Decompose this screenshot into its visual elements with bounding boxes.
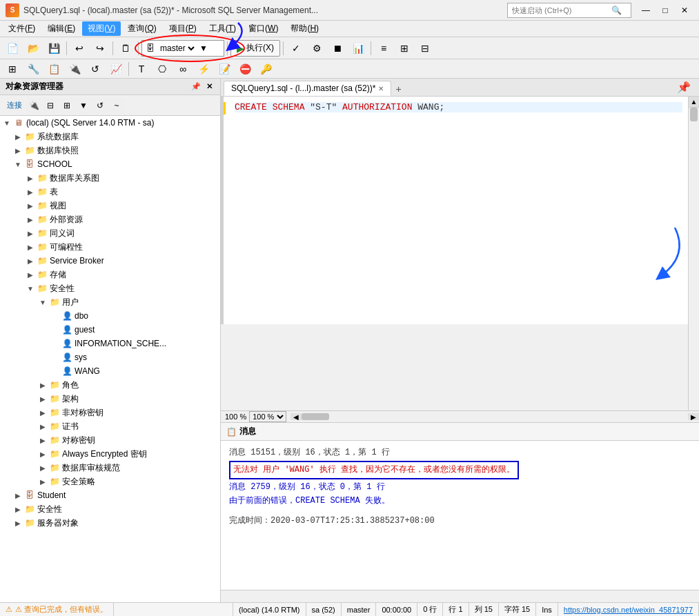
search-input[interactable] xyxy=(512,6,609,14)
tb2-btn-8[interactable]: ⎔ xyxy=(152,60,172,78)
expand-icon[interactable]: ▶ xyxy=(37,437,48,444)
tree-audit[interactable]: ▶ 📁 数据库审核规范 xyxy=(0,461,220,475)
tree-user-dbo[interactable]: ▶ 👤 dbo xyxy=(0,309,220,323)
tree-db-snapshot[interactable]: ▶ 📁 数据库快照 xyxy=(0,143,220,157)
expand-icon[interactable]: ▶ xyxy=(12,492,23,499)
expand-icon[interactable]: ▼ xyxy=(37,299,48,306)
query-tab[interactable]: SQLQuery1.sql - (l...l).master (sa (52))… xyxy=(224,81,391,96)
editor-area[interactable]: CREATE SCHEMA "S-T" AUTHORIZATION WANG; xyxy=(221,97,688,410)
close-button[interactable]: ✕ xyxy=(676,3,693,17)
open-button[interactable]: 📂 xyxy=(23,39,43,57)
status-link[interactable]: https://blog.csdn.net/weixin_45871977 xyxy=(558,603,699,616)
expand-icon[interactable]: ▶ xyxy=(37,395,48,403)
tree-user-guest[interactable]: ▶ 👤 guest xyxy=(0,323,220,337)
tree-asymmetric-keys[interactable]: ▶ 📁 非对称密钥 xyxy=(0,406,220,419)
oe-refresh-button[interactable]: ↺ xyxy=(92,98,108,113)
expand-icon[interactable]: ▼ xyxy=(25,285,36,292)
search-icon[interactable]: 🔍 xyxy=(611,6,622,15)
undo-button[interactable]: ↩ xyxy=(70,39,89,57)
scroll-right-button[interactable]: ▶ xyxy=(688,413,699,420)
execute-button[interactable]: ▶ 执行(X) xyxy=(230,40,280,57)
zoom-control[interactable]: 100 % 100 % xyxy=(221,411,291,422)
connect-button[interactable]: 连接 xyxy=(4,99,25,112)
expand-icon[interactable]: ▶ xyxy=(37,381,48,389)
toolbar-btn-9[interactable]: ⊟ xyxy=(415,39,435,57)
oe-activity-button[interactable]: ~ xyxy=(109,98,124,113)
blog-link[interactable]: https://blog.csdn.net/weixin_45871977 xyxy=(564,606,693,614)
tree-schema[interactable]: ▶ 📁 架构 xyxy=(0,392,220,406)
pin-button[interactable]: 📌 xyxy=(674,78,693,96)
tree-certificates[interactable]: ▶ 📁 证书 xyxy=(0,419,220,433)
zoom-select[interactable]: 100 % xyxy=(249,411,286,422)
redo-button[interactable]: ↪ xyxy=(90,39,110,57)
tb2-btn-4[interactable]: 🔌 xyxy=(65,60,84,78)
menu-file[interactable]: 文件(F) xyxy=(3,21,41,36)
expand-icon[interactable]: ▶ xyxy=(25,230,36,237)
menu-view[interactable]: 视图(V) xyxy=(82,21,121,36)
toolbar-btn-7[interactable]: ≡ xyxy=(374,39,393,57)
tree-user-sys[interactable]: ▶ 👤 sys xyxy=(0,350,220,364)
database-selector[interactable]: 🗄 master ▼ xyxy=(141,40,224,57)
expand-icon[interactable]: ▶ xyxy=(25,216,36,223)
expand-icon[interactable]: ▶ xyxy=(25,202,36,210)
tree-programmability[interactable]: ▶ 📁 可编程性 xyxy=(0,240,220,254)
results-tab-label[interactable]: 消息 xyxy=(239,426,256,437)
menu-query[interactable]: 查询(Q) xyxy=(122,21,161,36)
new-query-button[interactable]: 🗒 xyxy=(116,39,135,57)
expand-icon[interactable]: ▶ xyxy=(12,506,23,513)
tb2-btn-13[interactable]: 🔑 xyxy=(256,60,275,78)
oe-filter2-button[interactable]: ⊞ xyxy=(59,98,75,113)
tree-always-encrypted[interactable]: ▶ 📁 Always Encrypted 密钥 xyxy=(0,447,220,461)
tree-server-objects[interactable]: ▶ 📁 服务器对象 xyxy=(0,516,220,530)
expand-icon[interactable]: ▶ xyxy=(25,271,36,279)
menu-project[interactable]: 项目(P) xyxy=(164,21,202,36)
results-scroll-track[interactable] xyxy=(221,590,699,602)
tb2-btn-11[interactable]: 📝 xyxy=(215,60,234,78)
menu-tools[interactable]: 工具(T) xyxy=(204,21,242,36)
save-button[interactable]: 💾 xyxy=(44,39,63,57)
tb2-btn-1[interactable]: ⊞ xyxy=(3,60,22,78)
expand-icon[interactable]: ▶ xyxy=(37,478,48,486)
tree-synonyms[interactable]: ▶ 📁 同义词 xyxy=(0,226,220,240)
tb2-btn-9[interactable]: ∞ xyxy=(173,60,193,78)
expand-icon[interactable]: ▶ xyxy=(37,409,48,417)
expand-icon[interactable]: ▶ xyxy=(25,244,36,251)
results-content[interactable]: 消息 15151，级别 16，状态 1，第 1 行 无法对 用户 'WANG' … xyxy=(221,441,699,590)
expand-icon[interactable]: ▶ xyxy=(37,423,48,430)
tree-views[interactable]: ▶ 📁 视图 xyxy=(0,199,220,212)
tb2-btn-12[interactable]: ⛔ xyxy=(235,60,255,78)
tree-user-information[interactable]: ▶ 👤 INFORMATION_SCHE... xyxy=(0,337,220,350)
results-button[interactable]: 📊 xyxy=(348,39,368,57)
menu-edit[interactable]: 编辑(E) xyxy=(42,21,81,36)
debug-button[interactable]: ⚙ xyxy=(307,39,326,57)
tree-roles[interactable]: ▶ 📁 角色 xyxy=(0,378,220,392)
expand-icon[interactable]: ▶ xyxy=(25,188,36,196)
tb2-btn-6[interactable]: 📈 xyxy=(106,60,126,78)
tree-school-db[interactable]: ▼ 🗄 SCHOOL xyxy=(0,157,220,171)
tb2-btn-3[interactable]: 📋 xyxy=(44,60,63,78)
expand-icon[interactable]: ▶ xyxy=(12,519,23,527)
tree-users-folder[interactable]: ▼ 📁 用户 xyxy=(0,295,220,309)
object-explorer-tree[interactable]: ▼ 🖥 (local) (SQL Server 14.0 RTM - sa) ▶… xyxy=(0,116,220,602)
scroll-thumb[interactable] xyxy=(690,108,698,121)
hscroll-thumb[interactable] xyxy=(302,413,329,420)
add-tab-button[interactable]: + xyxy=(391,82,405,96)
tb2-btn-10[interactable]: ⚡ xyxy=(194,60,213,78)
stop-button[interactable]: ⏹ xyxy=(328,39,347,57)
menu-help[interactable]: 帮助(H) xyxy=(285,21,324,36)
tab-close-button[interactable]: ✕ xyxy=(378,85,384,92)
tree-external[interactable]: ▶ 📁 外部资源 xyxy=(0,212,220,226)
hscroll-track[interactable]: ◀ ▶ xyxy=(291,413,699,420)
tree-server-node[interactable]: ▼ 🖥 (local) (SQL Server 14.0 RTM - sa) xyxy=(0,116,220,130)
maximize-button[interactable]: □ xyxy=(656,3,674,17)
tree-db-diagram[interactable]: ▶ 📁 数据库关系图 xyxy=(0,171,220,185)
panel-close-button[interactable]: ✕ xyxy=(204,82,215,91)
toolbar-btn-8[interactable]: ⊞ xyxy=(395,39,414,57)
database-dropdown[interactable]: master xyxy=(157,43,197,54)
scroll-left-button[interactable]: ◀ xyxy=(291,413,302,420)
expand-icon[interactable]: ▶ xyxy=(37,464,48,472)
tree-symmetric-keys[interactable]: ▶ 📁 对称密钥 xyxy=(0,433,220,447)
tree-student-db[interactable]: ▶ 🗄 Student xyxy=(0,488,220,502)
expand-icon[interactable]: ▼ xyxy=(1,119,12,127)
minimize-button[interactable]: — xyxy=(637,3,655,17)
